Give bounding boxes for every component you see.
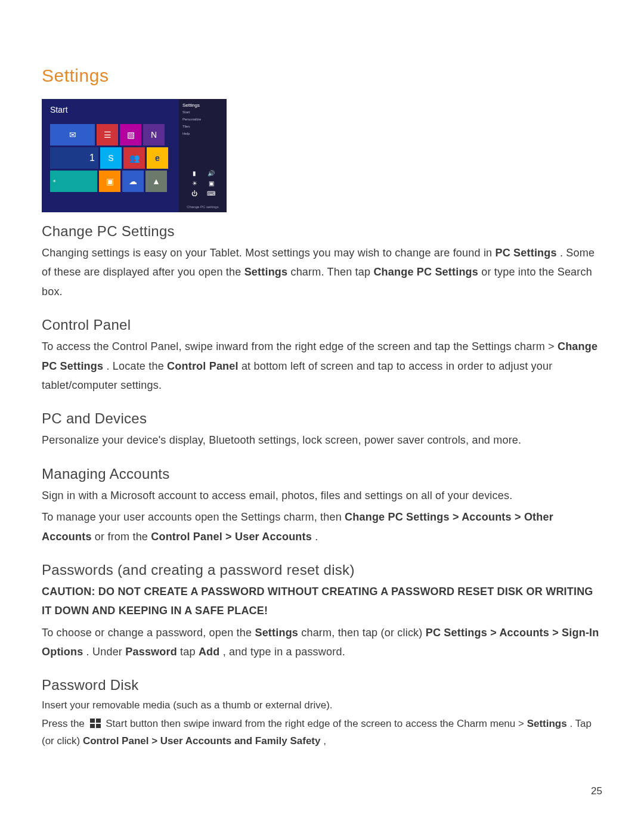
heading-password-disk: Password Disk: [42, 677, 602, 693]
text: To manage your user accounts open the Se…: [42, 511, 345, 523]
charm-line-2: Tiles: [182, 125, 223, 128]
charm-line-1: Personalize: [182, 117, 223, 121]
bold: PC Settings: [496, 247, 557, 259]
bold: Control Panel > User Accounts and Family…: [83, 735, 321, 747]
text: charm. Then tap: [290, 266, 373, 278]
tile-ie: e: [147, 147, 168, 169]
para-password-disk-2: Press the Start button then swipe inward…: [42, 716, 602, 750]
charm-panel: Settings Start Personalize Tiles Help ▮ …: [179, 99, 227, 212]
para-change-pc: Changing settings is easy on your Tablet…: [42, 243, 602, 301]
para-control-panel: To access the Control Panel, swipe inwar…: [42, 337, 602, 395]
text: To choose or change a password, open the: [42, 627, 255, 639]
text: To access the Control Panel, swipe inwar…: [42, 340, 558, 352]
keyboard-icon: ⌨: [206, 190, 216, 197]
charm-footer: Change PC settings: [179, 205, 227, 209]
bold: Control Panel > User Accounts: [151, 531, 312, 543]
notifications-icon: ▣: [206, 180, 216, 187]
text: , and type in a password.: [223, 646, 345, 658]
tile-photos: ▣: [99, 171, 120, 192]
bold: Password: [125, 646, 177, 658]
para-passwords-caution: CAUTION: DO NOT CREATE A PASSWORD WITHOU…: [42, 582, 602, 621]
tile-grid: ✉ ☰ ▧ N 1 S 👥 e ☀ ▣ ☁ ▲: [50, 124, 180, 194]
text: ,: [323, 735, 326, 747]
bold: Settings: [255, 627, 298, 639]
text: Changing settings is easy on your Tablet…: [42, 247, 496, 259]
start-label: Start: [50, 105, 68, 114]
para-managing-accounts-1: Sign in with a Microsoft account to acce…: [42, 486, 602, 505]
tile-store: ▧: [120, 124, 141, 145]
heading-pc-devices: PC and Devices: [42, 410, 602, 427]
tile-calendar: 1: [50, 147, 98, 169]
para-pc-devices: Personalize your device's display, Bluet…: [42, 431, 602, 450]
text: . Under: [86, 646, 126, 658]
tile-people: 👥: [123, 147, 145, 169]
text: tap: [180, 646, 199, 658]
text: charm, then tap (or click): [301, 627, 425, 639]
page-number: 25: [591, 785, 602, 797]
tile-image: ▲: [145, 171, 167, 192]
brightness-icon: ☀: [189, 180, 200, 187]
heading-managing-accounts: Managing Accounts: [42, 466, 602, 482]
text: or from the: [95, 531, 151, 543]
heading-control-panel: Control Panel: [42, 317, 602, 333]
bold: Settings: [527, 718, 567, 729]
tile-mail: ✉: [50, 124, 95, 145]
tile-list: ☰: [97, 124, 118, 145]
para-managing-accounts-2: To manage your user accounts open the Se…: [42, 507, 602, 546]
tile-onenote: N: [143, 124, 165, 145]
power-icon: ⏻: [189, 190, 200, 197]
page-title: Settings: [42, 66, 602, 86]
text: Start button then swipe inward from the …: [106, 718, 527, 729]
windows-logo-icon: [90, 719, 101, 728]
start-screenshot: Start ✉ ☰ ▧ N 1 S 👥 e ☀ ▣ ☁ ▲ Settings: [42, 99, 227, 212]
network-icon: ▮: [189, 170, 200, 176]
caution-text: CAUTION: DO NOT CREATE A PASSWORD WITHOU…: [42, 586, 593, 617]
text: . Locate the: [106, 360, 167, 372]
bold: Control Panel: [167, 360, 239, 372]
text: Press the: [42, 718, 88, 729]
para-password-disk-1: Insert your removable media (such as a t…: [42, 697, 602, 714]
bold: Settings: [244, 266, 288, 278]
text: .: [315, 531, 318, 543]
bold: Add: [199, 646, 220, 658]
bold: Change PC Settings: [373, 266, 478, 278]
heading-change-pc: Change PC Settings: [42, 223, 602, 240]
para-passwords-2: To choose or change a password, open the…: [42, 623, 602, 662]
tile-skype: S: [100, 147, 122, 169]
tile-weather: ☀: [50, 171, 97, 192]
heading-passwords: Passwords (and creating a password reset…: [42, 562, 602, 578]
volume-icon: 🔊: [206, 170, 216, 176]
charm-line-0: Start: [182, 110, 223, 114]
charm-line-3: Help: [182, 132, 223, 135]
charm-title: Settings: [182, 103, 223, 108]
tile-skydrive: ☁: [122, 171, 144, 192]
